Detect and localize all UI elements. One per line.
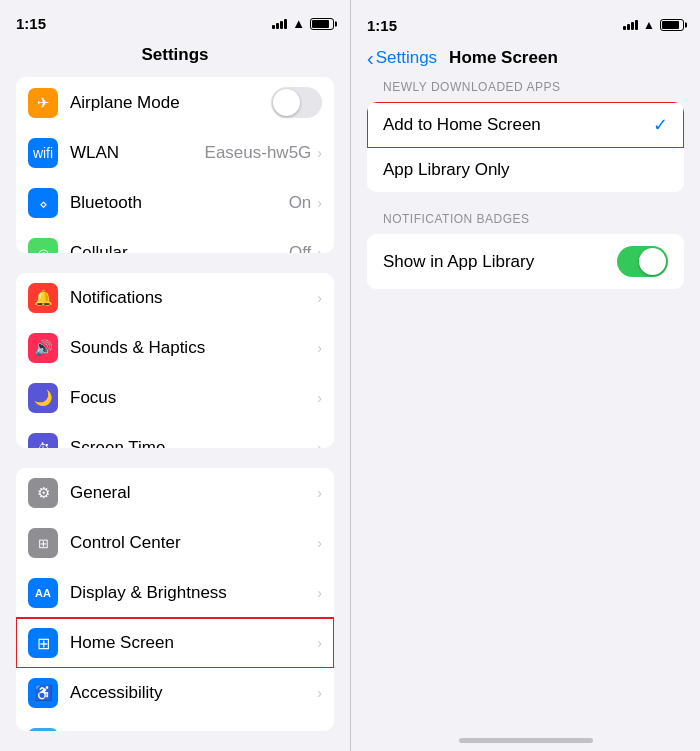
notifications-label: Notifications [70, 288, 317, 308]
newly-downloaded-section-label: NEWLY DOWNLOADED APPS [351, 80, 700, 102]
show-in-app-library-label: Show in App Library [383, 252, 617, 272]
general-row[interactable]: ⚙ General › [16, 468, 334, 518]
back-chevron-icon: ‹ [367, 48, 374, 68]
system-group: 🔔 Notifications › 🔊 Sounds & Haptics › 🌙… [16, 273, 334, 448]
signal-icon [272, 19, 287, 29]
show-in-app-library-row[interactable]: Show in App Library [367, 234, 684, 289]
sounds-label: Sounds & Haptics [70, 338, 317, 358]
time-left: 1:15 [16, 15, 46, 32]
display-brightness-chevron: › [317, 585, 322, 601]
accessibility-label: Accessibility [70, 683, 317, 703]
status-bar-left: 1:15 ▲ [0, 0, 350, 41]
general-icon: ⚙ [28, 478, 58, 508]
add-to-home-screen-checkmark: ✓ [653, 114, 668, 136]
control-center-row[interactable]: ⊞ Control Center › [16, 518, 334, 568]
control-center-icon: ⊞ [28, 528, 58, 558]
app-library-only-label: App Library Only [383, 160, 668, 180]
notifications-chevron: › [317, 290, 322, 306]
cellular-icon: ◎ [28, 238, 58, 253]
status-icons-right: ▲ [623, 18, 684, 32]
accessibility-chevron: › [317, 685, 322, 701]
status-bar-right: 1:15 ▲ [351, 0, 700, 44]
screen-time-chevron: › [317, 440, 322, 448]
app-library-only-row[interactable]: App Library Only [367, 148, 684, 192]
right-nav-title: Home Screen [449, 48, 558, 68]
bluetooth-row[interactable]: ⬦ Bluetooth On › [16, 178, 334, 228]
bluetooth-label: Bluetooth [70, 193, 289, 213]
back-button[interactable]: ‹ Settings [367, 48, 437, 68]
home-screen-label: Home Screen [70, 633, 317, 653]
notification-badges-group: Show in App Library [367, 234, 684, 289]
control-center-label: Control Center [70, 533, 317, 553]
airplane-icon: ✈ [28, 88, 58, 118]
wlan-label: WLAN [70, 143, 205, 163]
time-right: 1:15 [367, 17, 397, 34]
home-indicator-right [459, 738, 593, 743]
bluetooth-chevron: › [317, 195, 322, 211]
screen-time-label: Screen Time [70, 438, 317, 448]
focus-row[interactable]: 🌙 Focus › [16, 373, 334, 423]
status-icons-left: ▲ [272, 16, 334, 31]
wlan-row[interactable]: wifi WLAN Easeus-hw5G › [16, 128, 334, 178]
general-label: General [70, 483, 317, 503]
home-screen-icon: ⊞ [28, 628, 58, 658]
wlan-chevron: › [317, 145, 322, 161]
cellular-label: Cellular [70, 243, 289, 253]
wallpaper-icon: ❋ [28, 728, 58, 731]
left-panel: 1:15 ▲ Settings ✈ Airplane Mode [0, 0, 350, 751]
cellular-chevron: › [317, 245, 322, 253]
focus-label: Focus [70, 388, 317, 408]
back-label: Settings [376, 48, 437, 68]
connectivity-group: ✈ Airplane Mode wifi WLAN Easeus-hw5G › … [16, 77, 334, 253]
battery-icon-right [660, 19, 684, 31]
airplane-toggle[interactable] [271, 87, 322, 118]
accessibility-icon: ♿ [28, 678, 58, 708]
page-title-left: Settings [0, 41, 350, 77]
wlan-value: Easeus-hw5G [205, 143, 312, 163]
general-chevron: › [317, 485, 322, 501]
control-center-chevron: › [317, 535, 322, 551]
bluetooth-icon: ⬦ [28, 188, 58, 218]
notifications-icon: 🔔 [28, 283, 58, 313]
bluetooth-value: On [289, 193, 312, 213]
display-brightness-icon: AA [28, 578, 58, 608]
sounds-chevron: › [317, 340, 322, 356]
accessibility-row[interactable]: ♿ Accessibility › [16, 668, 334, 718]
show-in-app-library-toggle[interactable] [617, 246, 668, 277]
screen-time-row[interactable]: ⏱ Screen Time › [16, 423, 334, 448]
newly-downloaded-group: Add to Home Screen ✓ App Library Only [367, 102, 684, 192]
notifications-row[interactable]: 🔔 Notifications › [16, 273, 334, 323]
add-to-home-screen-label: Add to Home Screen [383, 115, 653, 135]
display-brightness-row[interactable]: AA Display & Brightness › [16, 568, 334, 618]
home-screen-row[interactable]: ⊞ Home Screen › [16, 618, 334, 668]
right-panel: 1:15 ▲ ‹ Settings Home Screen NEWLY DOWN… [350, 0, 700, 751]
wifi-icon: ▲ [292, 16, 305, 31]
home-screen-chevron: › [317, 635, 322, 651]
airplane-label: Airplane Mode [70, 93, 271, 113]
wallpaper-row[interactable]: ❋ Wallpaper › [16, 718, 334, 731]
add-to-home-screen-row[interactable]: Add to Home Screen ✓ [367, 102, 684, 148]
display-brightness-label: Display & Brightness [70, 583, 317, 603]
wifi-icon-right: ▲ [643, 18, 655, 32]
sounds-icon: 🔊 [28, 333, 58, 363]
notification-badges-section-label: NOTIFICATION BADGES [351, 212, 700, 234]
cellular-value: Off [289, 243, 311, 253]
airplane-mode-row[interactable]: ✈ Airplane Mode [16, 77, 334, 128]
nav-bar: ‹ Settings Home Screen [351, 44, 700, 80]
preferences-group: ⚙ General › ⊞ Control Center › AA Displa… [16, 468, 334, 731]
wlan-icon: wifi [28, 138, 58, 168]
signal-icon-right [623, 20, 638, 30]
focus-icon: 🌙 [28, 383, 58, 413]
cellular-row[interactable]: ◎ Cellular Off › [16, 228, 334, 253]
sounds-row[interactable]: 🔊 Sounds & Haptics › [16, 323, 334, 373]
screen-time-icon: ⏱ [28, 433, 58, 448]
battery-icon [310, 18, 334, 30]
focus-chevron: › [317, 390, 322, 406]
